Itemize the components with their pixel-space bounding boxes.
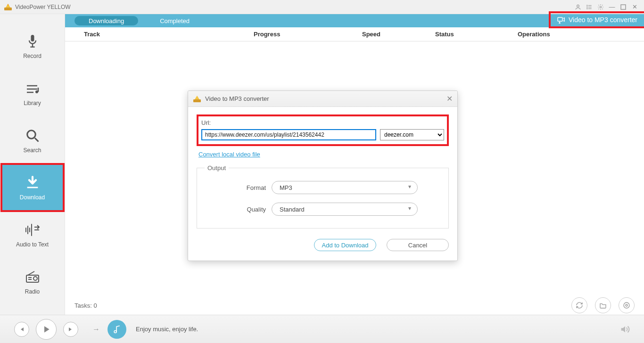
sidebar-item-radio[interactable]: Radio [2, 259, 63, 304]
converter-dialog: Video to MP3 converter ✕ Url: deezer.com… [188, 90, 458, 261]
col-progress: Progress [254, 31, 362, 38]
cancel-button[interactable]: Cancel [387, 239, 449, 251]
converter-label: Video to MP3 converter [569, 16, 637, 24]
refresh-button[interactable] [571, 297, 587, 313]
next-button[interactable] [63, 322, 78, 337]
url-input[interactable] [201, 129, 376, 140]
svg-line-19 [35, 138, 39, 142]
volume-icon[interactable] [619, 324, 630, 335]
title-bar: VideoPower YELLOW — ✕ [0, 0, 644, 14]
prev-button[interactable] [14, 322, 29, 337]
tab-bar: Downloading Completed Video to MP3 conve… [65, 14, 644, 27]
sidebar-item-label: Record [23, 53, 41, 59]
svg-rect-10 [31, 35, 34, 41]
svg-point-1 [577, 5, 579, 7]
svg-rect-25 [558, 17, 562, 21]
svg-point-21 [33, 277, 37, 280]
maximize-icon[interactable] [618, 1, 629, 13]
player-tagline: Enjoy music, enjoy life. [136, 326, 198, 333]
sidebar-item-record[interactable]: Record [2, 24, 63, 69]
converter-icon [557, 16, 565, 24]
svg-line-24 [28, 271, 34, 275]
sidebar-item-label: Download [20, 194, 45, 201]
minimize-icon[interactable]: — [606, 1, 618, 13]
format-label: Format [205, 184, 266, 191]
tasks-count: Tasks: 0 [74, 302, 97, 309]
svg-point-27 [626, 304, 627, 306]
converter-highlight: Video to MP3 converter [549, 11, 644, 28]
search-icon [24, 127, 41, 144]
svg-rect-9 [621, 5, 626, 9]
format-select[interactable]: MP3 [272, 181, 418, 194]
sidebar-item-label: Search [23, 147, 41, 154]
svg-rect-0 [4, 8, 12, 10]
svg-point-8 [600, 6, 602, 8]
url-field-highlight: Url: deezer.com [197, 114, 449, 146]
track-avatar-icon [107, 320, 126, 339]
sidebar-item-label: Library [24, 100, 41, 106]
output-legend: Output [205, 164, 229, 172]
col-status: Status [435, 31, 518, 38]
folder-button[interactable] [595, 297, 611, 313]
close-icon[interactable]: ✕ [629, 1, 640, 13]
video-to-mp3-converter-button[interactable]: Video to MP3 converter [551, 13, 644, 26]
sidebar-item-audio-to-text[interactable]: Audio to Text [2, 212, 63, 257]
svg-point-28 [624, 302, 629, 308]
convert-local-link[interactable]: Convert local video file [198, 151, 260, 158]
list-icon[interactable] [584, 1, 595, 13]
settings-button[interactable] [619, 297, 635, 313]
arrow-icon: → [92, 325, 100, 334]
add-to-download-button[interactable]: Add to Download [314, 239, 376, 251]
output-fieldset: Output Format MP3 Quality Standard [197, 164, 449, 229]
svg-point-6 [587, 7, 587, 7]
sidebar-item-download[interactable]: Download [2, 165, 63, 210]
col-speed: Speed [362, 31, 435, 38]
sidebar-item-library[interactable]: Library [2, 71, 63, 116]
site-select[interactable]: deezer.com [380, 129, 444, 140]
play-button[interactable] [36, 319, 57, 340]
sidebar-item-search[interactable]: Search [2, 118, 63, 163]
audio-to-text-icon [24, 221, 41, 238]
tasks-footer: Tasks: 0 [65, 296, 644, 315]
sidebar-item-label: Audio to Text [16, 241, 49, 248]
dialog-title-bar: Video to MP3 converter ✕ [188, 91, 457, 107]
svg-point-18 [27, 131, 35, 139]
svg-point-26 [559, 23, 560, 24]
library-icon [24, 80, 41, 97]
tab-completed[interactable]: Completed [146, 16, 204, 25]
dialog-title: Video to MP3 converter [205, 95, 269, 102]
app-title: VideoPower YELLOW [15, 4, 71, 10]
svg-point-5 [587, 5, 587, 5]
col-track: Track [74, 31, 254, 38]
col-operations: Operations [518, 31, 635, 38]
mic-icon [24, 33, 41, 50]
dialog-close-button[interactable]: ✕ [446, 94, 453, 103]
radio-icon [24, 269, 41, 286]
tab-downloading[interactable]: Downloading [74, 16, 138, 25]
quality-label: Quality [205, 206, 266, 213]
sidebar-item-label: Radio [25, 288, 40, 295]
gear-icon[interactable] [595, 1, 606, 13]
app-logo-icon [4, 3, 12, 11]
sidebar: Record Library Search Download Audio to … [0, 14, 65, 315]
svg-rect-30 [193, 99, 201, 102]
svg-point-7 [587, 8, 587, 8]
download-icon [24, 174, 41, 191]
quality-select[interactable]: Standard [272, 203, 418, 216]
user-icon[interactable] [572, 1, 584, 13]
url-label: Url: [201, 119, 444, 126]
player-bar: → Enjoy music, enjoy life. [0, 315, 644, 343]
column-headers: Track Progress Speed Status Operations [65, 27, 644, 41]
dialog-logo-icon [193, 95, 201, 103]
